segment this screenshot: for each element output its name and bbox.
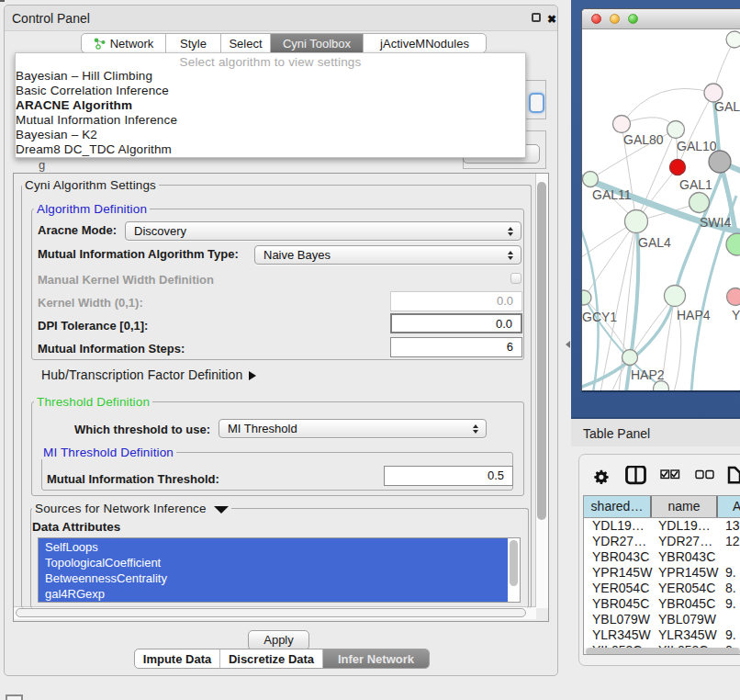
svg-text:GAL4: GAL4 — [638, 235, 671, 250]
svg-text:GAL11: GAL11 — [592, 187, 632, 202]
svg-text:GAL10: GAL10 — [677, 139, 717, 153]
svg-text:SWI4: SWI4 — [700, 215, 731, 230]
svg-text:GAL80: GAL80 — [623, 132, 664, 147]
svg-text:HAP2: HAP2 — [631, 367, 665, 382]
svg-text:HAP4: HAP4 — [677, 308, 711, 322]
svg-text:Y: Y — [732, 308, 740, 322]
svg-text:GCY1: GCY1 — [582, 310, 617, 324]
svg-text:GAL: GAL — [714, 99, 740, 114]
svg-text:GAL1: GAL1 — [679, 177, 712, 192]
